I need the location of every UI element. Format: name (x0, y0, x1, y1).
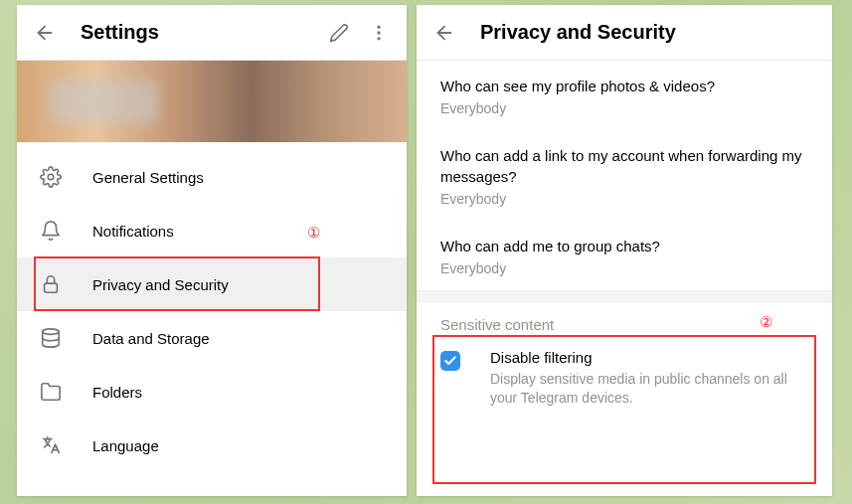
menu-label: Notifications (92, 223, 174, 240)
privacy-settings-list: Who can see my profile photos & videos? … (417, 61, 832, 290)
annotation-label-1: ① (307, 224, 320, 242)
disable-filtering-checkbox[interactable] (440, 351, 460, 371)
setting-group-chats[interactable]: Who can add me to group chats? Everybody (417, 221, 832, 290)
svg-point-6 (43, 329, 60, 335)
database-icon (39, 326, 63, 350)
menu-language[interactable]: Language (17, 419, 407, 472)
setting-forward-link[interactable]: Who can add a link to my account when fo… (417, 130, 832, 221)
svg-rect-5 (45, 283, 58, 292)
back-button[interactable] (425, 13, 464, 53)
menu-label: Data and Storage (92, 330, 210, 347)
setting-title: Who can see my profile photos & videos? (440, 77, 808, 96)
arrow-left-icon (34, 22, 56, 44)
menu-privacy-security[interactable]: Privacy and Security (17, 257, 407, 311)
gear-icon (39, 165, 63, 189)
menu-notifications[interactable]: Notifications (17, 204, 407, 257)
checkbox-content: Disable filtering Display sensitive medi… (490, 349, 808, 408)
svg-point-2 (377, 31, 380, 34)
checkbox-description: Display sensitive media in public channe… (490, 370, 808, 408)
setting-profile-photos[interactable]: Who can see my profile photos & videos? … (417, 61, 832, 130)
language-icon (39, 433, 63, 457)
section-divider (417, 290, 832, 302)
svg-point-4 (48, 174, 54, 180)
menu-data-storage[interactable]: Data and Storage (17, 311, 407, 365)
menu-label: Language (92, 437, 159, 454)
profile-name-blurred (49, 81, 158, 122)
edit-button[interactable] (319, 13, 359, 53)
settings-header: Settings (17, 5, 407, 61)
annotation-label-2: ② (760, 313, 772, 331)
menu-folders[interactable]: Folders (17, 365, 407, 419)
svg-point-3 (377, 37, 380, 40)
settings-title: Settings (81, 21, 319, 44)
bell-icon (39, 219, 63, 243)
setting-value: Everybody (440, 191, 808, 207)
privacy-title: Privacy and Security (480, 21, 824, 44)
setting-title: Who can add me to group chats? (440, 237, 808, 256)
checkbox-label: Disable filtering (490, 349, 808, 366)
settings-panel: Settings General Settings Notifications (17, 5, 407, 496)
profile-banner[interactable] (17, 61, 407, 142)
setting-title: Who can add a link to my account when fo… (440, 146, 808, 187)
menu-label: Privacy and Security (92, 276, 229, 293)
settings-menu: General Settings Notifications Privacy a… (17, 142, 407, 480)
privacy-panel: Privacy and Security Who can see my prof… (417, 5, 832, 496)
disable-filtering-row[interactable]: Disable filtering Display sensitive medi… (417, 339, 832, 427)
more-vertical-icon (369, 23, 389, 43)
setting-value: Everybody (440, 100, 808, 116)
menu-general-settings[interactable]: General Settings (17, 150, 407, 204)
checkmark-icon (443, 354, 457, 368)
pencil-icon (329, 23, 349, 43)
more-button[interactable] (359, 13, 399, 53)
setting-value: Everybody (440, 260, 808, 276)
menu-label: Folders (92, 384, 142, 401)
svg-point-1 (377, 25, 380, 28)
back-button[interactable] (25, 13, 65, 53)
arrow-left-icon (433, 22, 455, 44)
lock-icon (39, 272, 63, 296)
menu-label: General Settings (92, 169, 204, 186)
folder-icon (39, 380, 63, 404)
privacy-header: Privacy and Security (417, 5, 832, 61)
